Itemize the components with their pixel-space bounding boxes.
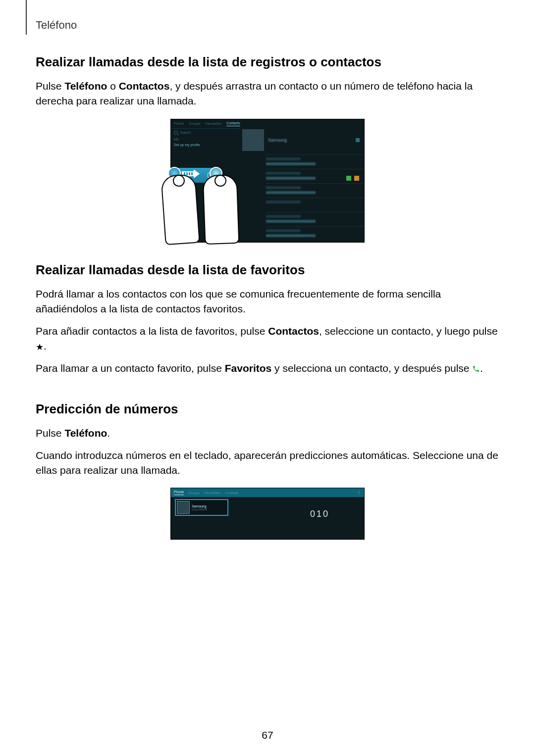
search-icon bbox=[174, 131, 178, 135]
paragraph-fav-call: Para llamar a un contacto favorito, puls… bbox=[36, 361, 499, 376]
star-icon bbox=[356, 138, 360, 142]
bold-contactos-2: Contactos bbox=[268, 325, 319, 337]
call-icon bbox=[472, 362, 480, 370]
paragraph-pred-2: Cuando introduzca números en el teclado,… bbox=[36, 448, 499, 478]
figure-swipe-to-call: Phone Groups Favourites Contacts Search … bbox=[36, 119, 499, 243]
paragraph-fav-add: Para añadir contactos a la lista de favo… bbox=[36, 324, 499, 354]
page-number: 67 bbox=[0, 729, 535, 741]
figure-number-prediction: Phone Groups Favourites Contacts ⋮ Samsu… bbox=[36, 488, 499, 540]
bold-telefono: Teléfono bbox=[64, 80, 107, 92]
prediction-card: Samsung 01012345678 bbox=[175, 499, 228, 516]
paragraph-logs-contacts: Pulse Teléfono o Contactos, y después ar… bbox=[36, 79, 499, 109]
heading-favorites: Realizar llamadas desde la lista de favo… bbox=[36, 262, 499, 278]
paragraph-fav-intro: Podrá llamar a los contactos con los que… bbox=[36, 287, 499, 317]
contact-avatar bbox=[242, 129, 264, 151]
heading-prediction: Predicción de números bbox=[36, 402, 499, 417]
hand-illustration bbox=[203, 174, 240, 245]
bold-favoritos: Favoritos bbox=[225, 362, 272, 374]
call-icon bbox=[346, 176, 351, 181]
paragraph-pred-1: Pulse Teléfono. bbox=[36, 426, 499, 441]
star-icon: ★ bbox=[36, 343, 44, 352]
header-rule bbox=[26, 0, 27, 35]
page-header-section: Teléfono bbox=[36, 19, 77, 32]
dialed-number: 010 bbox=[310, 509, 329, 519]
screenshot-number-prediction: Phone Groups Favourites Contacts ⋮ Samsu… bbox=[170, 488, 365, 540]
prediction-avatar bbox=[177, 501, 190, 514]
bold-contactos: Contactos bbox=[119, 80, 170, 92]
bold-telefono-2: Teléfono bbox=[64, 427, 107, 439]
overflow-icon: ⋮ bbox=[357, 491, 361, 495]
page-content: Realizar llamadas desde la lista de regi… bbox=[36, 54, 499, 559]
screenshot-contacts-swipe: Phone Groups Favourites Contacts Search … bbox=[170, 119, 365, 243]
hand-illustration bbox=[160, 174, 200, 246]
message-icon bbox=[354, 176, 359, 181]
heading-logs-contacts: Realizar llamadas desde la lista de regi… bbox=[36, 54, 499, 70]
